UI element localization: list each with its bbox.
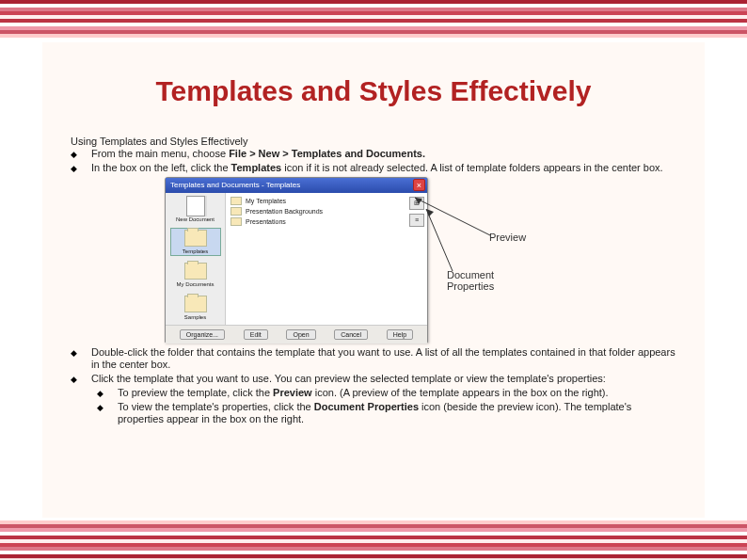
bullet-text: In the box on the left, click the Templa…: [91, 162, 663, 175]
folder-icon: [230, 197, 242, 205]
bullet-text: Click the template that you want to use.…: [91, 373, 606, 386]
template-folder-item[interactable]: Presentations: [230, 216, 402, 227]
bullet-icon: ◆: [71, 150, 77, 159]
decorative-stripes-bottom: [0, 520, 747, 560]
dialog-left-panel: New DocumentTemplatesMy DocumentsSamples: [166, 193, 226, 325]
section-heading: Using Templates and Styles Effectively: [71, 136, 676, 147]
edit-button[interactable]: Edit: [244, 329, 268, 340]
organize-button[interactable]: Organize...: [180, 329, 225, 340]
dialog-title: Templates and Documents - Templates: [170, 181, 300, 189]
folder-icon: [230, 207, 242, 216]
slide-title: Templates and Styles Effectively: [42, 75, 705, 107]
cancel-button[interactable]: Cancel: [334, 329, 368, 340]
category-label: Templates: [183, 248, 208, 254]
stripe: [0, 554, 747, 558]
decorative-stripes-top: [0, 0, 747, 40]
folder-icon: [184, 263, 207, 280]
bullet-icon: ◆: [71, 375, 77, 384]
bullet-item: ◆To preview the template, click the Prev…: [97, 387, 676, 400]
slide-content: Templates and Styles Effectively Using T…: [42, 42, 705, 518]
category-label: Samples: [184, 314, 206, 320]
template-folder-item[interactable]: Presentation Backgrounds: [230, 206, 402, 216]
bullet-item: ◆In the box on the left, click the Templ…: [71, 162, 676, 175]
svg-line-2: [426, 209, 453, 271]
bullet-item: ◆From the main menu, choose File > New >…: [71, 148, 676, 161]
slide-body: Using Templates and Styles Effectively ◆…: [42, 136, 705, 426]
dialog-category-my-documents[interactable]: My Documents: [170, 262, 221, 289]
templates-dialog: Templates and Documents - Templates × Ne…: [165, 177, 428, 343]
bullet-text: To preview the template, click the Previ…: [118, 387, 609, 400]
folder-label: Presentation Backgrounds: [246, 208, 323, 215]
bullet-icon: ◆: [71, 164, 77, 173]
dialog-category-new-document[interactable]: New Document: [170, 196, 221, 223]
bullet-icon: ◆: [97, 389, 103, 398]
annotation-docprops: Document Properties: [447, 269, 522, 292]
folder-icon: [230, 217, 242, 226]
template-folder-item[interactable]: My Templates: [230, 196, 402, 206]
bullet-text: Double-click the folder that contains th…: [91, 346, 676, 373]
category-label: My Documents: [176, 281, 214, 287]
bullet-text: To view the template's properties, click…: [118, 401, 676, 427]
folder-label: My Templates: [246, 198, 286, 204]
dialog-body: New DocumentTemplatesMy DocumentsSamples…: [166, 193, 427, 325]
category-label: New Document: [176, 216, 215, 222]
bullet-item: ◆Double-click the folder that contains t…: [71, 346, 676, 373]
dialog-button-row: Organize...EditOpenCancelHelp: [166, 325, 427, 344]
dialog-titlebar: Templates and Documents - Templates ×: [166, 178, 427, 193]
dialog-center-list: My TemplatesPresentation BackgroundsPres…: [226, 193, 406, 325]
folder-label: Presentations: [246, 218, 286, 225]
arrow-docprops: [405, 186, 528, 280]
stripe: [0, 34, 747, 38]
dialog-category-samples[interactable]: Samples: [170, 295, 221, 322]
bullet-icon: ◆: [71, 348, 77, 358]
dialog-category-templates[interactable]: Templates: [170, 228, 221, 255]
folder-icon: [184, 296, 207, 312]
document-icon: [186, 196, 205, 216]
help-button[interactable]: Help: [387, 329, 413, 340]
dialog-screenshot: Templates and Documents - Templates × Ne…: [165, 177, 522, 343]
open-button[interactable]: Open: [286, 329, 315, 340]
bullet-icon: ◆: [97, 403, 103, 412]
folder-icon: [184, 230, 207, 247]
bullet-item: ◆Click the template that you want to use…: [71, 373, 676, 386]
bullet-text: From the main menu, choose File > New > …: [91, 148, 425, 161]
bullet-item: ◆To view the template's properties, clic…: [97, 401, 676, 427]
